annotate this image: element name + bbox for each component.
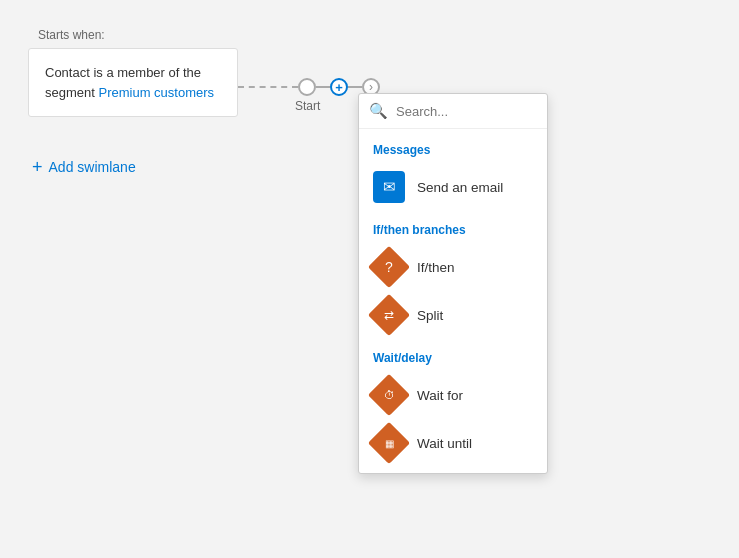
wait-for-label: Wait for — [417, 388, 463, 403]
wait-until-icon-diamond: ▦ — [368, 422, 410, 464]
small-line-2 — [348, 86, 362, 88]
menu-item-split[interactable]: ⇄ Split — [359, 291, 547, 339]
segment-link[interactable]: Premium customers — [98, 85, 214, 100]
send-email-icon: ✉ — [383, 178, 396, 196]
section-label-messages: Messages — [359, 139, 547, 163]
ifthen-icon-container: ? — [373, 251, 405, 283]
split-icon-diamond: ⇄ — [368, 294, 410, 336]
ifthen-icon-diamond: ? — [368, 246, 410, 288]
dropdown-panel: 🔍 Messages ✉ Send an email If/then branc… — [358, 93, 548, 474]
search-icon: 🔍 — [369, 102, 388, 120]
circle-node-1 — [298, 78, 316, 96]
menu-item-send-email[interactable]: ✉ Send an email — [359, 163, 547, 211]
wait-for-icon: ⏱ — [384, 389, 395, 401]
trigger-card: Contact is a member of the segment Premi… — [28, 48, 238, 117]
search-input[interactable] — [396, 104, 537, 119]
split-icon-container: ⇄ — [373, 299, 405, 331]
add-swimlane-icon: + — [32, 158, 43, 176]
split-label: Split — [417, 308, 443, 323]
small-line-1 — [316, 86, 330, 88]
menu-item-wait-for[interactable]: ⏱ Wait for — [359, 371, 547, 419]
circle-node-plus[interactable]: + — [330, 78, 348, 96]
starts-when-label: Starts when: — [38, 28, 105, 42]
ifthen-label: If/then — [417, 260, 455, 275]
section-label-ifthen: If/then branches — [359, 219, 547, 243]
ifthen-icon: ? — [385, 259, 393, 275]
split-icon: ⇄ — [384, 308, 394, 322]
menu-item-wait-until[interactable]: ▦ Wait until — [359, 419, 547, 467]
section-label-waitdelay: Wait/delay — [359, 347, 547, 371]
search-bar: 🔍 — [359, 94, 547, 129]
add-swimlane-label: Add swimlane — [49, 159, 136, 175]
send-email-icon-box: ✉ — [373, 171, 405, 203]
dropdown-content: Messages ✉ Send an email If/then branche… — [359, 129, 547, 473]
dashed-connector — [238, 86, 298, 88]
start-label: Start — [295, 99, 320, 113]
wait-until-icon-container: ▦ — [373, 427, 405, 459]
wait-until-icon: ▦ — [385, 438, 394, 449]
wait-for-icon-diamond: ⏱ — [368, 374, 410, 416]
wait-for-icon-container: ⏱ — [373, 379, 405, 411]
menu-item-ifthen[interactable]: ? If/then — [359, 243, 547, 291]
send-email-label: Send an email — [417, 180, 503, 195]
canvas: Starts when: Contact is a member of the … — [0, 0, 739, 558]
add-swimlane-button[interactable]: + Add swimlane — [32, 158, 136, 176]
wait-until-label: Wait until — [417, 436, 472, 451]
